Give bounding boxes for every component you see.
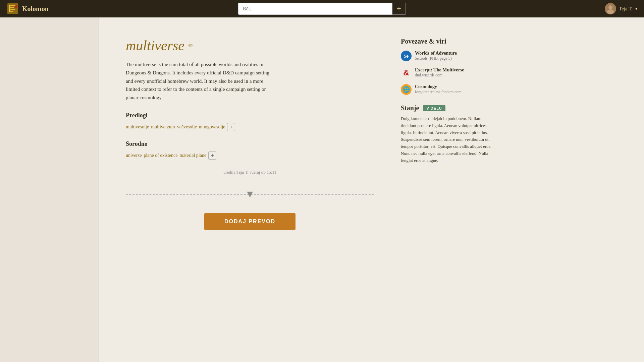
resource-item-3[interactable]: 🌐 Cosmology forgottenrealms.fandom.com [401,84,495,95]
navbar: Kolomon + Teja T. ▾ [0,0,644,17]
search-input[interactable] [238,3,392,15]
svg-rect-4 [10,9,15,10]
resource-text-2: Excerpt: The Multiverse dnd.wizards.com [415,67,464,78]
user-name: Teja T. [619,6,633,12]
svg-rect-1 [9,5,10,12]
edit-info: uredila Teja T. včeraj ob 15:11 [126,170,374,175]
resource-subtitle-2: dnd.wizards.com [415,73,464,78]
left-column: multiverse ✏ The multiverse is the sum t… [126,38,374,230]
avatar [605,3,616,14]
app-name: Kolomon [22,5,49,13]
tag-universe[interactable]: universe [126,153,142,158]
resource-title-1: Worlds of Adventure [415,51,457,56]
right-column: Povezave & viri 5e Worlds of Adventure 5… [401,38,495,230]
plus-icon: + [397,4,401,13]
edit-icon[interactable]: ✏ [188,42,193,49]
resources-heading: Povezave & viri [401,38,495,45]
tag-material-plane[interactable]: material plane [180,153,207,158]
app-logo[interactable]: Kolomon [7,3,49,15]
svg-rect-3 [10,7,14,8]
svg-point-8 [608,5,612,9]
tag-vecvesolje[interactable]: večvesolje [177,124,197,130]
sidebar [0,17,99,362]
resource-text-1: Worlds of Adventure 5e.tools (PHB, page … [415,51,457,61]
resource-subtitle-3: forgottenrealms.fandom.com [415,89,462,95]
predlogi-tags-list: multivesolje multiverzum večvesolje mnog… [126,123,374,131]
resource-item-2[interactable]: & Excerpt: The Multiverse dnd.wizards.co… [401,67,495,78]
predlogi-add-button[interactable]: + [227,123,235,131]
tag-mnogovesolje[interactable]: mnogovesolje [199,124,225,130]
divider-arrow-icon: ▼ [245,188,255,200]
tag-plane-of-existence[interactable]: plane of existence [144,153,177,158]
fr-icon: 🌐 [401,84,412,95]
user-menu[interactable]: Teja T. ▾ [605,3,637,14]
main-content: multiverse ✏ The multiverse is the sum t… [99,17,644,250]
predlogi-heading: Predlogi [126,112,374,119]
dnd-icon: & [403,68,409,77]
content-wrapper: multiverse ✏ The multiverse is the sum t… [126,38,495,230]
add-translation-section: DODAJ PREVOD [126,213,374,230]
add-translation-button[interactable]: DODAJ PREVOD [204,213,296,230]
resource-icon-5e: 5e [401,51,412,61]
tag-multiverzum[interactable]: multiverzum [151,124,175,130]
resource-icon-fr: 🌐 [401,84,412,95]
status-section: Stanje V DELU Dolg komentar o idejah in … [401,104,495,164]
page-title-text: multiverse [126,38,184,54]
search-add-button[interactable]: + [392,3,406,15]
status-text: Dolg komentar o idejah in podobnem. Null… [401,115,495,164]
resource-subtitle-1: 5e.tools (PHB, page 5) [415,56,457,61]
status-heading-row: Stanje V DELU [401,104,495,112]
sorodno-add-button[interactable]: + [208,152,216,160]
page-description: The multiverse is the sum total of all p… [126,60,270,102]
resource-item-1[interactable]: 5e Worlds of Adventure 5e.tools (PHB, pa… [401,51,495,61]
svg-rect-2 [10,5,15,6]
resource-title-3: Cosmology [415,84,462,89]
sorodno-heading: Sorodno [126,140,374,147]
5e-icon: 5e [401,51,412,61]
status-heading: Stanje [401,104,419,112]
status-badge: V DELU [423,105,445,111]
svg-rect-5 [10,11,13,12]
resource-title-2: Excerpt: The Multiverse [415,67,464,73]
resource-text-3: Cosmology forgottenrealms.fandom.com [415,84,462,95]
tag-multivesolje[interactable]: multivesolje [126,124,149,130]
sorodno-tags-list: universe plane of existence material pla… [126,152,374,160]
svg-point-9 [607,9,614,14]
logo-icon [7,3,19,15]
divider-section: ▼ [126,188,374,200]
page-title: multiverse ✏ [126,38,374,54]
search-bar: + [238,3,406,15]
resource-icon-dnd: & [401,67,412,78]
sorodno-section: Sorodno universe plane of existence mate… [126,140,374,160]
chevron-down-icon: ▾ [635,6,637,11]
predlogi-section: Predlogi multivesolje multiverzum večves… [126,112,374,131]
